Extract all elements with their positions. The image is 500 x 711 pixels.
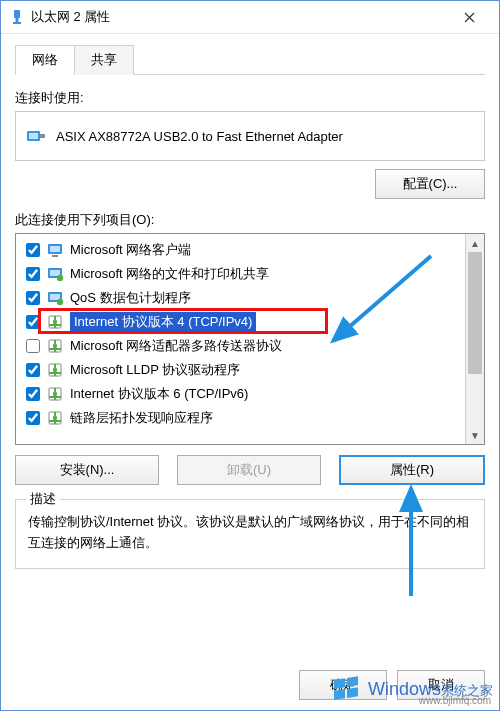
list-item[interactable]: Microsoft 网络适配器多路传送器协议 bbox=[16, 334, 465, 358]
list-item[interactable]: QoS 数据包计划程序 bbox=[16, 286, 465, 310]
svg-point-17 bbox=[53, 344, 57, 348]
svg-point-10 bbox=[57, 275, 63, 281]
item-checkbox[interactable] bbox=[26, 411, 40, 425]
nic-icon bbox=[26, 126, 46, 146]
svg-rect-7 bbox=[52, 255, 58, 257]
configure-button[interactable]: 配置(C)... bbox=[375, 169, 485, 199]
list-item[interactable]: Microsoft LLDP 协议驱动程序 bbox=[16, 358, 465, 382]
connect-using-label: 连接时使用: bbox=[15, 89, 485, 107]
client-area: 网络 共享 连接时使用: ASIX AX88772A USB2.0 to Fas… bbox=[1, 34, 499, 569]
component-icon bbox=[46, 409, 64, 427]
cancel-button[interactable]: 取消 bbox=[397, 670, 485, 700]
component-icon bbox=[46, 337, 64, 355]
item-label: QoS 数据包计划程序 bbox=[70, 289, 191, 307]
install-button[interactable]: 安装(N)... bbox=[15, 455, 159, 485]
components-list-wrap: Microsoft 网络客户端Microsoft 网络的文件和打印机共享QoS … bbox=[15, 233, 485, 445]
svg-rect-1 bbox=[16, 18, 19, 22]
svg-rect-6 bbox=[50, 246, 60, 252]
scroll-thumb[interactable] bbox=[468, 252, 482, 374]
tab-network[interactable]: 网络 bbox=[15, 45, 75, 75]
item-label: Internet 协议版本 6 (TCP/IPv6) bbox=[70, 385, 248, 403]
svg-point-23 bbox=[53, 416, 57, 420]
component-buttons: 安装(N)... 卸载(U) 属性(R) bbox=[15, 455, 485, 485]
component-icon bbox=[46, 385, 64, 403]
scroll-up-button[interactable]: ▲ bbox=[466, 234, 484, 252]
ok-button[interactable]: 确定 bbox=[299, 670, 387, 700]
item-checkbox[interactable] bbox=[26, 315, 40, 329]
svg-point-13 bbox=[57, 299, 63, 305]
dialog-footer: 确定 取消 bbox=[299, 670, 485, 700]
item-label: Microsoft 网络客户端 bbox=[70, 241, 191, 259]
item-checkbox[interactable] bbox=[26, 363, 40, 377]
svg-point-19 bbox=[53, 368, 57, 372]
description-group: 描述 传输控制协议/Internet 协议。该协议是默认的广域网络协议，用于在不… bbox=[15, 499, 485, 569]
item-label: Microsoft LLDP 协议驱动程序 bbox=[70, 361, 240, 379]
ethernet-properties-window: 以太网 2 属性 网络 共享 连接时使用: ASIX AX88772A USB2… bbox=[0, 0, 500, 711]
item-label: Microsoft 网络的文件和打印机共享 bbox=[70, 265, 269, 283]
svg-rect-4 bbox=[40, 134, 45, 138]
item-checkbox[interactable] bbox=[26, 387, 40, 401]
components-list[interactable]: Microsoft 网络客户端Microsoft 网络的文件和打印机共享QoS … bbox=[16, 234, 465, 444]
list-item[interactable]: Microsoft 网络的文件和打印机共享 bbox=[16, 262, 465, 286]
svg-rect-12 bbox=[50, 294, 60, 300]
item-label: Microsoft 网络适配器多路传送器协议 bbox=[70, 337, 282, 355]
scroll-down-button[interactable]: ▼ bbox=[466, 426, 484, 444]
item-checkbox[interactable] bbox=[26, 243, 40, 257]
description-text: 传输控制协议/Internet 协议。该协议是默认的广域网络协议，用于在不同的相… bbox=[28, 512, 472, 554]
svg-point-21 bbox=[53, 392, 57, 396]
tab-sharing[interactable]: 共享 bbox=[74, 45, 134, 75]
item-checkbox[interactable] bbox=[26, 339, 40, 353]
item-label: 链路层拓扑发现响应程序 bbox=[70, 409, 213, 427]
svg-rect-9 bbox=[50, 270, 60, 276]
scroll-track[interactable] bbox=[466, 252, 484, 426]
component-icon bbox=[46, 265, 64, 283]
uninstall-button: 卸载(U) bbox=[177, 455, 321, 485]
adapter-icon bbox=[9, 9, 25, 25]
component-icon bbox=[46, 289, 64, 307]
svg-rect-3 bbox=[29, 133, 38, 139]
close-button[interactable] bbox=[447, 2, 491, 32]
svg-point-15 bbox=[53, 320, 57, 324]
list-item[interactable]: Internet 协议版本 4 (TCP/IPv4) bbox=[16, 310, 465, 334]
list-item[interactable]: Microsoft 网络客户端 bbox=[16, 238, 465, 262]
item-label: Internet 协议版本 4 (TCP/IPv4) bbox=[70, 312, 256, 332]
adapter-box: ASIX AX88772A USB2.0 to Fast Ethernet Ad… bbox=[15, 111, 485, 161]
description-title: 描述 bbox=[26, 490, 60, 508]
tab-strip: 网络 共享 bbox=[15, 44, 485, 75]
list-scrollbar[interactable]: ▲ ▼ bbox=[465, 234, 484, 444]
component-icon bbox=[46, 361, 64, 379]
adapter-name: ASIX AX88772A USB2.0 to Fast Ethernet Ad… bbox=[56, 129, 343, 144]
items-used-label: 此连接使用下列项目(O): bbox=[15, 211, 485, 229]
window-title: 以太网 2 属性 bbox=[31, 8, 447, 26]
svg-rect-0 bbox=[14, 10, 20, 18]
item-checkbox[interactable] bbox=[26, 267, 40, 281]
list-item[interactable]: 链路层拓扑发现响应程序 bbox=[16, 406, 465, 430]
component-icon bbox=[46, 313, 64, 331]
properties-button[interactable]: 属性(R) bbox=[339, 455, 485, 485]
component-icon bbox=[46, 241, 64, 259]
list-item[interactable]: Internet 协议版本 6 (TCP/IPv6) bbox=[16, 382, 465, 406]
titlebar: 以太网 2 属性 bbox=[1, 1, 499, 34]
item-checkbox[interactable] bbox=[26, 291, 40, 305]
